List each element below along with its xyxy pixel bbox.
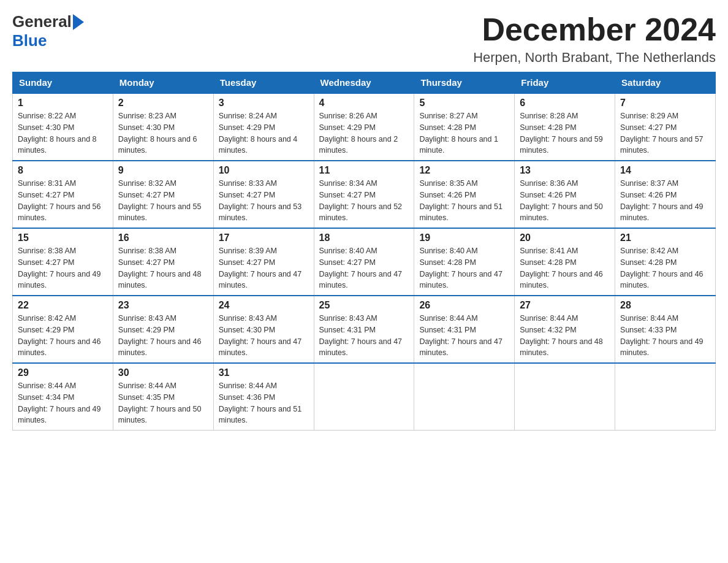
day-cell: 16 Sunrise: 8:38 AMSunset: 4:27 PMDaylig… bbox=[113, 228, 213, 296]
day-cell: 18 Sunrise: 8:40 AMSunset: 4:27 PMDaylig… bbox=[314, 228, 414, 296]
day-number: 8 bbox=[18, 165, 108, 176]
day-cell: 7 Sunrise: 8:29 AMSunset: 4:27 PMDayligh… bbox=[615, 93, 716, 161]
header-saturday: Saturday bbox=[615, 72, 716, 94]
day-info: Sunrise: 8:44 AMSunset: 4:36 PMDaylight:… bbox=[219, 381, 302, 424]
day-cell bbox=[414, 363, 515, 431]
day-info: Sunrise: 8:44 AMSunset: 4:34 PMDaylight:… bbox=[18, 381, 101, 424]
day-number: 6 bbox=[520, 98, 610, 109]
logo: General Blue bbox=[12, 12, 84, 50]
day-number: 1 bbox=[18, 98, 108, 109]
day-cell: 29 Sunrise: 8:44 AMSunset: 4:34 PMDaylig… bbox=[13, 363, 113, 431]
week-row-2: 8 Sunrise: 8:31 AMSunset: 4:27 PMDayligh… bbox=[13, 161, 716, 228]
day-info: Sunrise: 8:22 AMSunset: 4:30 PMDaylight:… bbox=[18, 112, 97, 155]
day-number: 26 bbox=[419, 300, 509, 311]
day-cell: 20 Sunrise: 8:41 AMSunset: 4:28 PMDaylig… bbox=[515, 228, 615, 296]
day-number: 30 bbox=[118, 367, 208, 378]
day-number: 11 bbox=[319, 165, 409, 176]
day-number: 4 bbox=[319, 98, 409, 109]
day-info: Sunrise: 8:23 AMSunset: 4:30 PMDaylight:… bbox=[118, 112, 197, 155]
day-cell bbox=[615, 363, 716, 431]
day-number: 28 bbox=[620, 300, 710, 311]
day-cell bbox=[515, 363, 615, 431]
day-cell: 21 Sunrise: 8:42 AMSunset: 4:28 PMDaylig… bbox=[615, 228, 716, 296]
week-row-3: 15 Sunrise: 8:38 AMSunset: 4:27 PMDaylig… bbox=[13, 228, 716, 296]
day-info: Sunrise: 8:31 AMSunset: 4:27 PMDaylight:… bbox=[18, 179, 101, 222]
day-info: Sunrise: 8:40 AMSunset: 4:28 PMDaylight:… bbox=[419, 247, 502, 289]
week-row-1: 1 Sunrise: 8:22 AMSunset: 4:30 PMDayligh… bbox=[13, 93, 716, 161]
day-info: Sunrise: 8:34 AMSunset: 4:27 PMDaylight:… bbox=[319, 179, 403, 222]
header-tuesday: Tuesday bbox=[213, 72, 314, 94]
header-wednesday: Wednesday bbox=[314, 72, 414, 94]
day-number: 21 bbox=[620, 232, 710, 243]
day-number: 25 bbox=[319, 300, 409, 311]
day-info: Sunrise: 8:26 AMSunset: 4:29 PMDaylight:… bbox=[319, 112, 398, 155]
day-info: Sunrise: 8:43 AMSunset: 4:31 PMDaylight:… bbox=[319, 314, 403, 357]
day-number: 19 bbox=[419, 232, 509, 243]
day-number: 27 bbox=[520, 300, 610, 311]
day-info: Sunrise: 8:43 AMSunset: 4:30 PMDaylight:… bbox=[219, 314, 302, 357]
day-info: Sunrise: 8:32 AMSunset: 4:27 PMDaylight:… bbox=[118, 179, 202, 222]
day-cell: 4 Sunrise: 8:26 AMSunset: 4:29 PMDayligh… bbox=[314, 93, 414, 161]
day-cell: 22 Sunrise: 8:42 AMSunset: 4:29 PMDaylig… bbox=[13, 296, 113, 363]
day-cell: 6 Sunrise: 8:28 AMSunset: 4:28 PMDayligh… bbox=[515, 93, 615, 161]
title-area: December 2024 Herpen, North Brabant, The… bbox=[473, 12, 716, 66]
day-info: Sunrise: 8:44 AMSunset: 4:35 PMDaylight:… bbox=[118, 381, 202, 424]
day-cell: 8 Sunrise: 8:31 AMSunset: 4:27 PMDayligh… bbox=[13, 161, 113, 228]
day-number: 22 bbox=[18, 300, 108, 311]
day-cell: 27 Sunrise: 8:44 AMSunset: 4:32 PMDaylig… bbox=[515, 296, 615, 363]
day-number: 15 bbox=[18, 232, 108, 243]
day-info: Sunrise: 8:40 AMSunset: 4:27 PMDaylight:… bbox=[319, 247, 403, 289]
day-cell: 19 Sunrise: 8:40 AMSunset: 4:28 PMDaylig… bbox=[414, 228, 515, 296]
logo-general-text: General bbox=[12, 12, 72, 31]
day-cell: 15 Sunrise: 8:38 AMSunset: 4:27 PMDaylig… bbox=[13, 228, 113, 296]
day-cell: 28 Sunrise: 8:44 AMSunset: 4:33 PMDaylig… bbox=[615, 296, 716, 363]
day-cell: 24 Sunrise: 8:43 AMSunset: 4:30 PMDaylig… bbox=[213, 296, 314, 363]
month-year-title: December 2024 bbox=[473, 12, 716, 47]
day-number: 3 bbox=[219, 98, 309, 109]
day-info: Sunrise: 8:43 AMSunset: 4:29 PMDaylight:… bbox=[118, 314, 202, 357]
day-info: Sunrise: 8:42 AMSunset: 4:29 PMDaylight:… bbox=[18, 314, 101, 357]
day-cell: 26 Sunrise: 8:44 AMSunset: 4:31 PMDaylig… bbox=[414, 296, 515, 363]
day-info: Sunrise: 8:41 AMSunset: 4:28 PMDaylight:… bbox=[520, 247, 603, 289]
logo-blue-text: Blue bbox=[12, 31, 47, 50]
day-info: Sunrise: 8:44 AMSunset: 4:32 PMDaylight:… bbox=[520, 314, 603, 357]
day-cell: 23 Sunrise: 8:43 AMSunset: 4:29 PMDaylig… bbox=[113, 296, 213, 363]
day-cell bbox=[314, 363, 414, 431]
page-header: General Blue December 2024 Herpen, North… bbox=[12, 12, 716, 66]
header-sunday: Sunday bbox=[13, 72, 113, 94]
day-number: 9 bbox=[118, 165, 208, 176]
week-row-5: 29 Sunrise: 8:44 AMSunset: 4:34 PMDaylig… bbox=[13, 363, 716, 431]
day-number: 10 bbox=[219, 165, 309, 176]
header-thursday: Thursday bbox=[414, 72, 515, 94]
day-number: 2 bbox=[118, 98, 208, 109]
day-number: 14 bbox=[620, 165, 710, 176]
day-info: Sunrise: 8:39 AMSunset: 4:27 PMDaylight:… bbox=[219, 247, 302, 289]
day-info: Sunrise: 8:33 AMSunset: 4:27 PMDaylight:… bbox=[219, 179, 302, 222]
day-cell: 14 Sunrise: 8:37 AMSunset: 4:26 PMDaylig… bbox=[615, 161, 716, 228]
logo-arrow-icon bbox=[73, 14, 84, 30]
day-number: 16 bbox=[118, 232, 208, 243]
day-cell: 5 Sunrise: 8:27 AMSunset: 4:28 PMDayligh… bbox=[414, 93, 515, 161]
day-number: 12 bbox=[419, 165, 509, 176]
day-cell: 1 Sunrise: 8:22 AMSunset: 4:30 PMDayligh… bbox=[13, 93, 113, 161]
day-cell: 3 Sunrise: 8:24 AMSunset: 4:29 PMDayligh… bbox=[213, 93, 314, 161]
day-cell: 12 Sunrise: 8:35 AMSunset: 4:26 PMDaylig… bbox=[414, 161, 515, 228]
day-number: 23 bbox=[118, 300, 208, 311]
day-cell: 31 Sunrise: 8:44 AMSunset: 4:36 PMDaylig… bbox=[213, 363, 314, 431]
day-info: Sunrise: 8:38 AMSunset: 4:27 PMDaylight:… bbox=[18, 247, 101, 289]
day-cell: 10 Sunrise: 8:33 AMSunset: 4:27 PMDaylig… bbox=[213, 161, 314, 228]
day-cell: 25 Sunrise: 8:43 AMSunset: 4:31 PMDaylig… bbox=[314, 296, 414, 363]
day-info: Sunrise: 8:36 AMSunset: 4:26 PMDaylight:… bbox=[520, 179, 603, 222]
day-info: Sunrise: 8:44 AMSunset: 4:31 PMDaylight:… bbox=[419, 314, 502, 357]
day-cell: 11 Sunrise: 8:34 AMSunset: 4:27 PMDaylig… bbox=[314, 161, 414, 228]
header-friday: Friday bbox=[515, 72, 615, 94]
day-cell: 13 Sunrise: 8:36 AMSunset: 4:26 PMDaylig… bbox=[515, 161, 615, 228]
day-info: Sunrise: 8:42 AMSunset: 4:28 PMDaylight:… bbox=[620, 247, 703, 289]
day-info: Sunrise: 8:44 AMSunset: 4:33 PMDaylight:… bbox=[620, 314, 703, 357]
day-number: 20 bbox=[520, 232, 610, 243]
day-number: 13 bbox=[520, 165, 610, 176]
calendar-table: Sunday Monday Tuesday Wednesday Thursday… bbox=[12, 72, 716, 431]
day-cell: 30 Sunrise: 8:44 AMSunset: 4:35 PMDaylig… bbox=[113, 363, 213, 431]
day-cell: 2 Sunrise: 8:23 AMSunset: 4:30 PMDayligh… bbox=[113, 93, 213, 161]
day-number: 5 bbox=[419, 98, 509, 109]
